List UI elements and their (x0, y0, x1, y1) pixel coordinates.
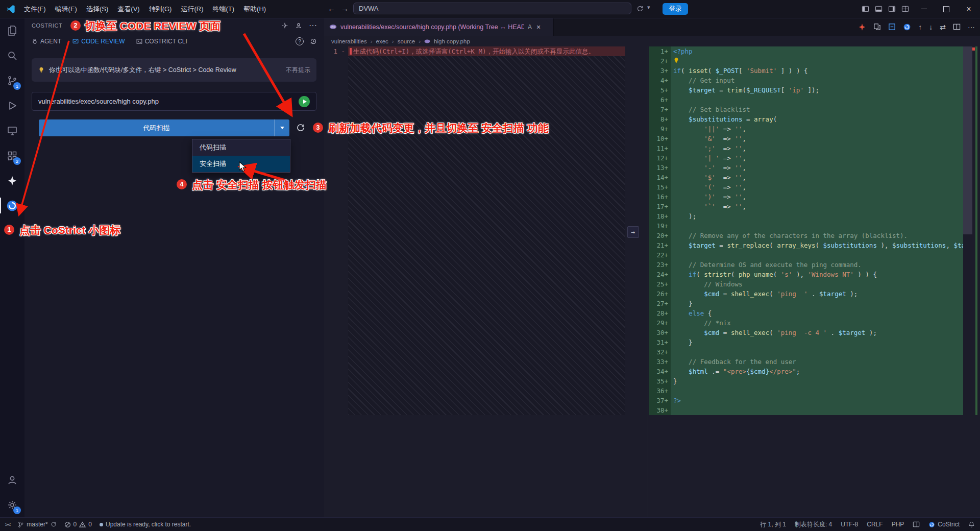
review-file-item[interactable]: vulnerabilities/exec/source/high copy.ph… (32, 92, 316, 111)
code-line: 19+ (649, 221, 963, 231)
problems-indicator[interactable]: 0 0 (64, 521, 92, 528)
diff-editor[interactable]: 1 - 生成代码(Ctrl+I)，或选择语言(Ctrl+K M)，开始输入以关闭… (324, 46, 980, 517)
menu-edit[interactable]: 编辑(E) (51, 0, 82, 18)
menu-view[interactable]: 查看(V) (113, 0, 144, 18)
menu-file[interactable]: 文件(F) (19, 0, 51, 18)
search-icon[interactable] (0, 43, 24, 68)
sidebar-account-icon[interactable] (295, 22, 302, 29)
settings-badge: 1 (13, 506, 21, 514)
arrow-up-icon[interactable]: ↑ (918, 23, 922, 31)
window-close-button[interactable]: × (958, 0, 980, 18)
vscode-logo-icon (6, 4, 15, 13)
diff-added-lines[interactable]: 1+<?php2+3+if( isset( $_POST[ 'Submit' ]… (649, 46, 963, 415)
history-back-icon[interactable]: ← (328, 4, 335, 13)
split-editor-icon[interactable] (953, 23, 961, 31)
breadcrumb[interactable]: vulnerabilities› exec› source› high copy… (324, 36, 980, 46)
sidebar-settings-icon[interactable] (281, 22, 288, 29)
line-number: 20+ (649, 231, 671, 240)
indentation-setting[interactable]: 制表符长度: 4 (795, 520, 832, 529)
login-button[interactable]: 登录 (663, 3, 688, 15)
menu-selection[interactable]: 选择(S) (82, 0, 113, 18)
diff-modified-pane[interactable]: 1+<?php2+3+if( isset( $_POST[ 'Submit' ]… (649, 46, 980, 517)
line-number: 15+ (649, 182, 671, 192)
window-maximize-button[interactable] (935, 0, 958, 18)
breadcrumb-item[interactable]: vulnerabilities (331, 38, 367, 44)
code-line-text: if( isset( $_POST[ 'Submit' ] ) ) { (671, 66, 963, 76)
line-number: 21+ (649, 240, 671, 250)
sidebar-more-icon[interactable]: ··· (309, 21, 317, 30)
account-icon[interactable] (0, 467, 24, 492)
menu-go[interactable]: 转到(G) (144, 0, 177, 18)
breadcrumb-item[interactable]: source (398, 38, 415, 44)
toggle-secondary-sidebar-icon[interactable] (888, 5, 896, 13)
branch-indicator[interactable]: master* (17, 521, 56, 528)
sparkle-icon[interactable] (0, 168, 24, 193)
costrict-icon[interactable] (0, 193, 24, 218)
swap-icon[interactable]: ⇄ (940, 23, 946, 31)
history-icon[interactable] (310, 38, 317, 45)
toggle-panel-icon[interactable] (875, 5, 883, 13)
hint-dismiss-link[interactable]: 不再提示 (286, 66, 310, 75)
code-line: 4+ // Get input (649, 76, 963, 85)
tab-code-review[interactable]: CODE REVIEW (72, 38, 125, 45)
costrict-status[interactable]: CoStrict (928, 521, 960, 528)
arrow-down-icon[interactable]: ↓ (929, 23, 933, 31)
toggle-sidebar-icon[interactable] (862, 5, 869, 13)
tab-close-icon[interactable]: × (536, 23, 541, 31)
scan-dropdown-toggle[interactable] (274, 119, 289, 136)
menu-run[interactable]: 运行(R) (176, 0, 208, 18)
diff-sash[interactable] (648, 46, 648, 517)
breadcrumb-item[interactable]: high copy.php (434, 38, 470, 44)
branch-name: master* (27, 521, 47, 528)
costrict-sync-icon[interactable] (903, 23, 911, 31)
more-actions-icon[interactable]: ··· (968, 23, 975, 31)
source-control-icon[interactable]: 1 (0, 68, 24, 93)
code-line: 1+<?php (649, 46, 963, 56)
breadcrumb-item[interactable]: exec (376, 38, 388, 44)
settings-gear-icon[interactable]: 1 (0, 492, 24, 517)
eol-setting[interactable]: CRLF (867, 521, 883, 528)
scrollbar[interactable] (963, 46, 972, 234)
notifications-bell-icon[interactable] (968, 521, 975, 528)
cursor-position[interactable]: 行 1, 列 1 (760, 520, 786, 529)
code-action-lightbulb-icon[interactable] (673, 57, 680, 64)
file-run-button[interactable] (299, 96, 310, 107)
editor-tab[interactable]: php vulnerabilities/exec/source/high cop… (324, 18, 554, 36)
extensions-icon[interactable]: 2 (0, 143, 24, 168)
deleted-line: 1 - 生成代码(Ctrl+I)，或选择语言(Ctrl+K M)，开始输入以关闭… (324, 46, 625, 56)
window-minimize-button[interactable] (913, 0, 935, 18)
language-mode[interactable]: PHP (892, 521, 904, 528)
customize-layout-icon[interactable] (901, 5, 909, 13)
overview-ruler-added (975, 46, 977, 415)
sync-changes-icon (51, 521, 57, 527)
layout-icon[interactable] (913, 521, 920, 528)
diff-square-icon[interactable] (888, 23, 896, 31)
remote-explorer-icon[interactable] (0, 118, 24, 143)
history-forward-icon[interactable]: → (341, 4, 349, 13)
tab-costrict-cli[interactable]: COSTRICT CLI (136, 38, 187, 45)
tab-agent[interactable]: AGENT (32, 38, 61, 45)
chevron-down-icon[interactable]: ▾ (647, 4, 650, 11)
scan-button[interactable]: 代码扫描 (39, 119, 274, 136)
menu-item-code-scan[interactable]: 代码扫描 (192, 139, 290, 156)
diff-navigate-button[interactable]: → (627, 226, 639, 238)
line-number: 32+ (649, 347, 671, 357)
refresh-icon[interactable] (296, 123, 305, 132)
update-indicator[interactable]: Update is ready, click to restart. (100, 521, 191, 528)
costrict-scan-icon[interactable] (858, 23, 866, 31)
diff-original-pane[interactable]: 1 - 生成代码(Ctrl+I)，或选择语言(Ctrl+K M)，开始输入以关闭… (324, 46, 649, 517)
remote-indicator-icon[interactable]: >< (5, 521, 10, 528)
line-number: 26+ (649, 289, 671, 299)
warning-count: 0 (88, 521, 92, 528)
menu-terminal[interactable]: 终端(T) (208, 0, 239, 18)
code-line: 20+ // Remove any of the characters in t… (649, 231, 963, 240)
menu-help[interactable]: 帮助(H) (239, 0, 271, 18)
command-center-search[interactable]: DVWA (353, 3, 631, 14)
sync-icon[interactable] (636, 5, 644, 12)
run-debug-icon[interactable] (0, 93, 24, 118)
explorer-icon[interactable] (0, 18, 24, 43)
encoding-setting[interactable]: UTF-8 (841, 521, 858, 528)
help-icon[interactable]: ? (296, 37, 304, 45)
chevron-right-icon: › (371, 38, 373, 44)
compare-icon[interactable] (873, 23, 881, 31)
